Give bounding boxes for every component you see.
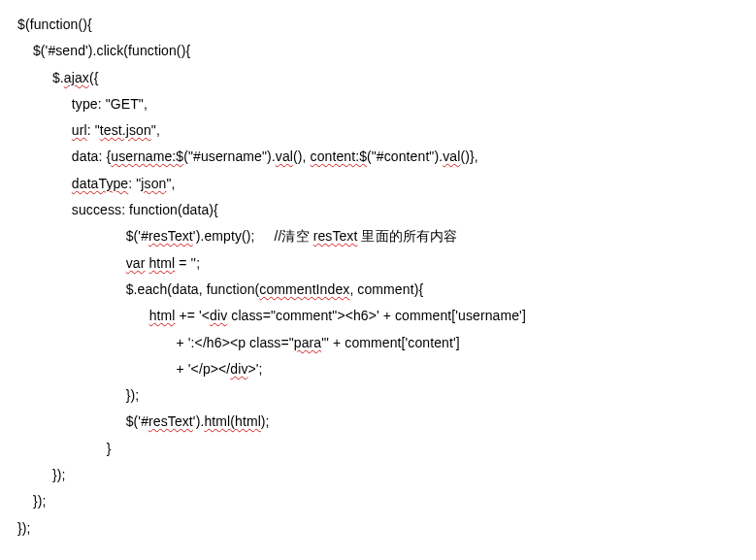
code-line: url: "test.json", xyxy=(17,122,160,138)
code-line: }); xyxy=(17,387,139,403)
code-line: $('#resText').empty(); //清空 resText 里面的所… xyxy=(17,228,457,244)
code-line: $.ajax({ xyxy=(17,70,98,85)
code-line: var html = ''; xyxy=(17,255,200,271)
code-line: + '</p></div>'; xyxy=(17,361,263,377)
code-line: success: function(data){ xyxy=(17,202,218,217)
code-line: type: "GET", xyxy=(17,96,148,112)
code-line: } xyxy=(17,441,112,456)
code-line: $('#send').click(function(){ xyxy=(17,43,190,58)
code-line: + ':</h6><p class="para"' + comment['con… xyxy=(17,335,460,350)
code-line: $(function(){ xyxy=(17,16,92,32)
code-line: data: {username:$("#username").val(), co… xyxy=(17,148,478,164)
code-block: $(function(){ $('#send').click(function(… xyxy=(17,12,739,542)
code-line: $.each(data, function(commentIndex, comm… xyxy=(17,281,423,297)
code-line: }); xyxy=(17,467,65,482)
code-line: }); xyxy=(17,493,47,509)
code-line: html += '<div class="comment"><h6>' + co… xyxy=(17,308,526,323)
code-line: dataType: "json", xyxy=(17,176,175,191)
code-line: $('#resText').html(html); xyxy=(17,413,270,429)
code-line: }); xyxy=(17,520,31,536)
